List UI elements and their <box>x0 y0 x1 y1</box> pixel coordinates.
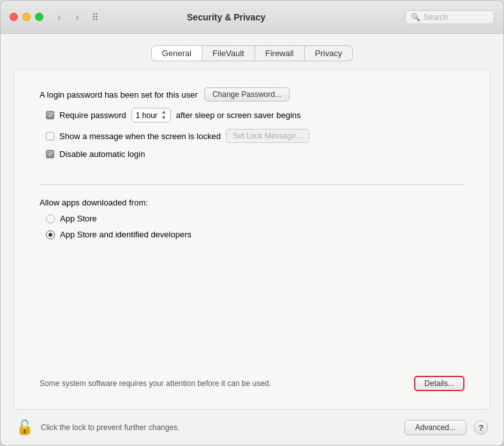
content-area: General FileVault Firewall Privacy A log… <box>1 34 503 410</box>
app-store-identified-label: App Store and identified developers <box>60 230 191 239</box>
search-input[interactable] <box>424 13 489 22</box>
disable-login-row: ✓ Disable automatic login <box>46 149 464 159</box>
lock-message-row: Show a message when the screen is locked… <box>46 129 464 143</box>
section-divider <box>40 184 464 185</box>
tab-firewall[interactable]: Firewall <box>255 45 305 61</box>
search-icon: 🔍 <box>411 13 420 22</box>
app-store-option: App Store <box>46 214 464 223</box>
password-timer-value: 1 hour <box>136 111 158 120</box>
bottom-bar: 🔓 Click the lock to prevent further chan… <box>1 410 503 445</box>
set-lock-message-button: Set Lock Message... <box>226 129 309 143</box>
radio-dot <box>48 233 52 237</box>
traffic-lights <box>10 13 43 21</box>
tab-privacy[interactable]: Privacy <box>305 45 353 61</box>
tabs-bar: General FileVault Firewall Privacy <box>1 34 503 69</box>
app-store-identified-radio[interactable] <box>46 230 55 239</box>
apps-title: Allow apps downloaded from: <box>40 198 464 207</box>
require-password-label: Require password <box>59 110 126 120</box>
stepper-up-arrow[interactable]: ▲ <box>161 110 167 115</box>
lock-icon[interactable]: 🔓 <box>16 419 33 436</box>
password-row: A login password has been set for this u… <box>40 87 464 101</box>
apps-section: Allow apps downloaded from: App Store Ap… <box>40 198 464 239</box>
help-button[interactable]: ? <box>474 420 488 435</box>
require-password-after-text: after sleep or screen saver begins <box>176 110 301 120</box>
stepper-arrows: ▲ ▼ <box>161 110 167 121</box>
lock-message-checkbox[interactable] <box>46 132 54 140</box>
tab-general[interactable]: General <box>151 45 202 61</box>
system-software-text: Some system software requires your atten… <box>40 379 405 388</box>
app-store-radio[interactable] <box>46 214 55 223</box>
app-store-label: App Store <box>60 214 97 223</box>
password-section: A login password has been set for this u… <box>40 87 464 159</box>
main-panel: A login password has been set for this u… <box>13 69 491 410</box>
main-window: ‹ › ⠿ Security & Privacy 🔍 General FileV… <box>0 0 504 446</box>
stepper-down-arrow[interactable]: ▼ <box>161 115 167 121</box>
lock-text: Click the lock to prevent further change… <box>41 423 397 432</box>
password-set-text: A login password has been set for this u… <box>40 90 198 100</box>
lock-message-label: Show a message when the screen is locked <box>59 131 221 141</box>
require-password-row: ✓ Require password 1 hour ▲ ▼ after slee… <box>46 108 464 123</box>
password-timer-stepper[interactable]: 1 hour ▲ ▼ <box>131 108 171 123</box>
change-password-button[interactable]: Change Password... <box>204 87 290 101</box>
titlebar: ‹ › ⠿ Security & Privacy 🔍 <box>1 1 503 34</box>
app-store-identified-option: App Store and identified developers <box>46 230 464 239</box>
close-button[interactable] <box>10 13 18 21</box>
maximize-button[interactable] <box>35 13 43 21</box>
tab-filevault[interactable]: FileVault <box>202 45 255 61</box>
window-title: Security & Privacy <box>47 12 405 22</box>
minimize-button[interactable] <box>22 13 31 21</box>
advanced-button[interactable]: Advanced... <box>404 420 466 435</box>
search-box: 🔍 <box>405 10 494 24</box>
details-button[interactable]: Details... <box>414 376 464 391</box>
require-password-checkbox[interactable]: ✓ <box>46 111 54 119</box>
disable-login-checkbox[interactable]: ✓ <box>46 150 54 158</box>
disable-login-label: Disable automatic login <box>59 149 145 159</box>
details-section: Some system software requires your atten… <box>40 366 464 391</box>
